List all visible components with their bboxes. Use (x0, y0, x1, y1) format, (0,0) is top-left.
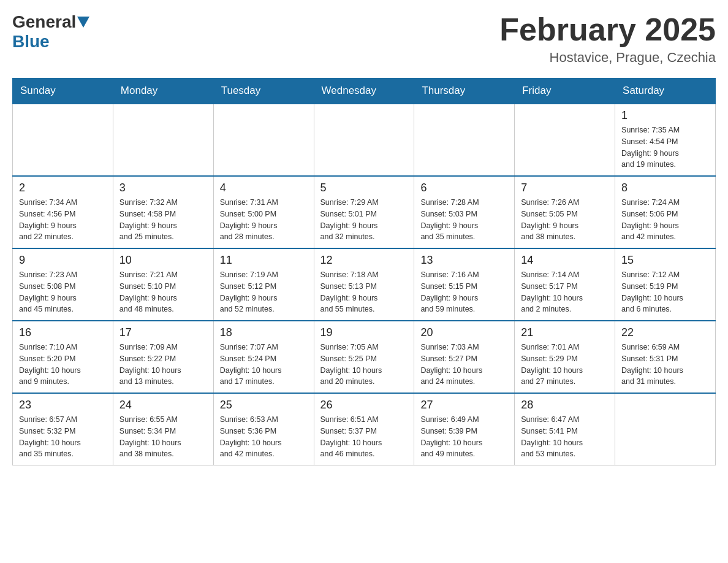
day-number: 15 (621, 254, 709, 267)
weekday-header-friday: Friday (515, 79, 615, 104)
weekday-header-wednesday: Wednesday (314, 79, 414, 104)
day-info: Sunrise: 7:16 AMSunset: 5:15 PMDaylight:… (420, 269, 508, 315)
calendar-cell: 21Sunrise: 7:01 AMSunset: 5:29 PMDayligh… (515, 321, 615, 393)
week-row-1: 1Sunrise: 7:35 AMSunset: 4:54 PMDaylight… (13, 104, 716, 176)
logo-blue-text: Blue (12, 32, 50, 52)
day-number: 16 (19, 326, 107, 339)
day-info: Sunrise: 7:10 AMSunset: 5:20 PMDaylight:… (19, 342, 107, 388)
weekday-header-tuesday: Tuesday (213, 79, 314, 104)
day-info: Sunrise: 6:55 AMSunset: 5:34 PMDaylight:… (119, 414, 207, 460)
day-number: 18 (220, 326, 308, 339)
calendar-cell: 4Sunrise: 7:31 AMSunset: 5:00 PMDaylight… (213, 176, 314, 248)
day-number: 22 (621, 326, 709, 339)
day-number: 13 (420, 254, 508, 267)
day-info: Sunrise: 7:18 AMSunset: 5:13 PMDaylight:… (320, 269, 408, 315)
calendar-cell (414, 104, 515, 176)
calendar-cell: 16Sunrise: 7:10 AMSunset: 5:20 PMDayligh… (13, 321, 113, 393)
day-info: Sunrise: 7:35 AMSunset: 4:54 PMDaylight:… (621, 124, 709, 170)
title-block: February 2025 Hostavice, Prague, Czechia (499, 12, 716, 66)
month-title: February 2025 (499, 12, 716, 47)
location: Hostavice, Prague, Czechia (499, 50, 716, 66)
day-info: Sunrise: 7:07 AMSunset: 5:24 PMDaylight:… (220, 342, 308, 388)
calendar-cell: 26Sunrise: 6:51 AMSunset: 5:37 PMDayligh… (314, 393, 414, 465)
day-number: 26 (320, 399, 408, 412)
day-info: Sunrise: 7:29 AMSunset: 5:01 PMDaylight:… (320, 197, 408, 243)
calendar-cell: 5Sunrise: 7:29 AMSunset: 5:01 PMDaylight… (314, 176, 414, 248)
day-info: Sunrise: 7:32 AMSunset: 4:58 PMDaylight:… (119, 197, 207, 243)
day-number: 6 (420, 182, 508, 194)
weekday-header-thursday: Thursday (414, 79, 515, 104)
calendar-cell: 27Sunrise: 6:49 AMSunset: 5:39 PMDayligh… (414, 393, 515, 465)
day-info: Sunrise: 7:19 AMSunset: 5:12 PMDaylight:… (220, 269, 308, 315)
calendar-cell: 20Sunrise: 7:03 AMSunset: 5:27 PMDayligh… (414, 321, 515, 393)
day-info: Sunrise: 7:26 AMSunset: 5:05 PMDaylight:… (521, 197, 609, 243)
calendar-body: 1Sunrise: 7:35 AMSunset: 4:54 PMDaylight… (13, 104, 716, 465)
calendar-cell (113, 104, 213, 176)
day-info: Sunrise: 7:24 AMSunset: 5:06 PMDaylight:… (621, 197, 709, 243)
day-info: Sunrise: 6:57 AMSunset: 5:32 PMDaylight:… (19, 414, 107, 460)
calendar-cell (13, 104, 113, 176)
calendar-cell: 24Sunrise: 6:55 AMSunset: 5:34 PMDayligh… (113, 393, 213, 465)
day-number: 5 (320, 182, 408, 194)
day-info: Sunrise: 7:34 AMSunset: 4:56 PMDaylight:… (19, 197, 107, 243)
logo-general-text: General (12, 12, 76, 32)
day-number: 23 (19, 399, 107, 412)
day-number: 3 (119, 182, 207, 194)
day-info: Sunrise: 7:03 AMSunset: 5:27 PMDaylight:… (420, 342, 508, 388)
day-info: Sunrise: 6:53 AMSunset: 5:36 PMDaylight:… (220, 414, 308, 460)
day-info: Sunrise: 6:47 AMSunset: 5:41 PMDaylight:… (521, 414, 609, 460)
logo-triangle-icon (77, 17, 89, 28)
day-number: 1 (621, 109, 709, 122)
day-info: Sunrise: 7:12 AMSunset: 5:19 PMDaylight:… (621, 269, 709, 315)
week-row-3: 9Sunrise: 7:23 AMSunset: 5:08 PMDaylight… (13, 248, 716, 321)
calendar-cell: 1Sunrise: 7:35 AMSunset: 4:54 PMDaylight… (615, 104, 716, 176)
calendar-cell: 15Sunrise: 7:12 AMSunset: 5:19 PMDayligh… (615, 248, 716, 321)
day-number: 7 (521, 182, 609, 194)
day-number: 4 (220, 182, 308, 194)
calendar-cell: 9Sunrise: 7:23 AMSunset: 5:08 PMDaylight… (13, 248, 113, 321)
calendar-cell: 7Sunrise: 7:26 AMSunset: 5:05 PMDaylight… (515, 176, 615, 248)
calendar-cell: 10Sunrise: 7:21 AMSunset: 5:10 PMDayligh… (113, 248, 213, 321)
calendar-cell: 13Sunrise: 7:16 AMSunset: 5:15 PMDayligh… (414, 248, 515, 321)
calendar-cell (314, 104, 414, 176)
day-info: Sunrise: 7:09 AMSunset: 5:22 PMDaylight:… (119, 342, 207, 388)
day-number: 2 (19, 182, 107, 194)
logo: General Blue (12, 12, 91, 52)
day-info: Sunrise: 7:14 AMSunset: 5:17 PMDaylight:… (521, 269, 609, 315)
day-number: 14 (521, 254, 609, 267)
calendar-cell: 3Sunrise: 7:32 AMSunset: 4:58 PMDaylight… (113, 176, 213, 248)
page-header: General Blue February 2025 Hostavice, Pr… (12, 12, 716, 66)
weekday-header-saturday: Saturday (615, 79, 716, 104)
calendar-cell (515, 104, 615, 176)
calendar-cell: 2Sunrise: 7:34 AMSunset: 4:56 PMDaylight… (13, 176, 113, 248)
calendar-cell: 17Sunrise: 7:09 AMSunset: 5:22 PMDayligh… (113, 321, 213, 393)
calendar-table: SundayMondayTuesdayWednesdayThursdayFrid… (12, 78, 716, 465)
day-info: Sunrise: 6:49 AMSunset: 5:39 PMDaylight:… (420, 414, 508, 460)
calendar-header: SundayMondayTuesdayWednesdayThursdayFrid… (13, 79, 716, 104)
day-number: 12 (320, 254, 408, 267)
week-row-2: 2Sunrise: 7:34 AMSunset: 4:56 PMDaylight… (13, 176, 716, 248)
day-info: Sunrise: 6:51 AMSunset: 5:37 PMDaylight:… (320, 414, 408, 460)
day-number: 28 (521, 399, 609, 412)
day-info: Sunrise: 7:31 AMSunset: 5:00 PMDaylight:… (220, 197, 308, 243)
day-number: 9 (19, 254, 107, 267)
day-number: 11 (220, 254, 308, 267)
calendar-cell: 14Sunrise: 7:14 AMSunset: 5:17 PMDayligh… (515, 248, 615, 321)
day-info: Sunrise: 7:01 AMSunset: 5:29 PMDaylight:… (521, 342, 609, 388)
day-number: 20 (420, 326, 508, 339)
calendar-cell: 23Sunrise: 6:57 AMSunset: 5:32 PMDayligh… (13, 393, 113, 465)
calendar-cell: 11Sunrise: 7:19 AMSunset: 5:12 PMDayligh… (213, 248, 314, 321)
calendar-cell (615, 393, 716, 465)
day-number: 21 (521, 326, 609, 339)
day-number: 25 (220, 399, 308, 412)
calendar-cell: 12Sunrise: 7:18 AMSunset: 5:13 PMDayligh… (314, 248, 414, 321)
weekday-header-monday: Monday (113, 79, 213, 104)
calendar-cell: 28Sunrise: 6:47 AMSunset: 5:41 PMDayligh… (515, 393, 615, 465)
calendar-cell: 19Sunrise: 7:05 AMSunset: 5:25 PMDayligh… (314, 321, 414, 393)
week-row-4: 16Sunrise: 7:10 AMSunset: 5:20 PMDayligh… (13, 321, 716, 393)
calendar-cell: 6Sunrise: 7:28 AMSunset: 5:03 PMDaylight… (414, 176, 515, 248)
day-number: 10 (119, 254, 207, 267)
day-info: Sunrise: 6:59 AMSunset: 5:31 PMDaylight:… (621, 342, 709, 388)
day-info: Sunrise: 7:05 AMSunset: 5:25 PMDaylight:… (320, 342, 408, 388)
calendar-cell: 18Sunrise: 7:07 AMSunset: 5:24 PMDayligh… (213, 321, 314, 393)
